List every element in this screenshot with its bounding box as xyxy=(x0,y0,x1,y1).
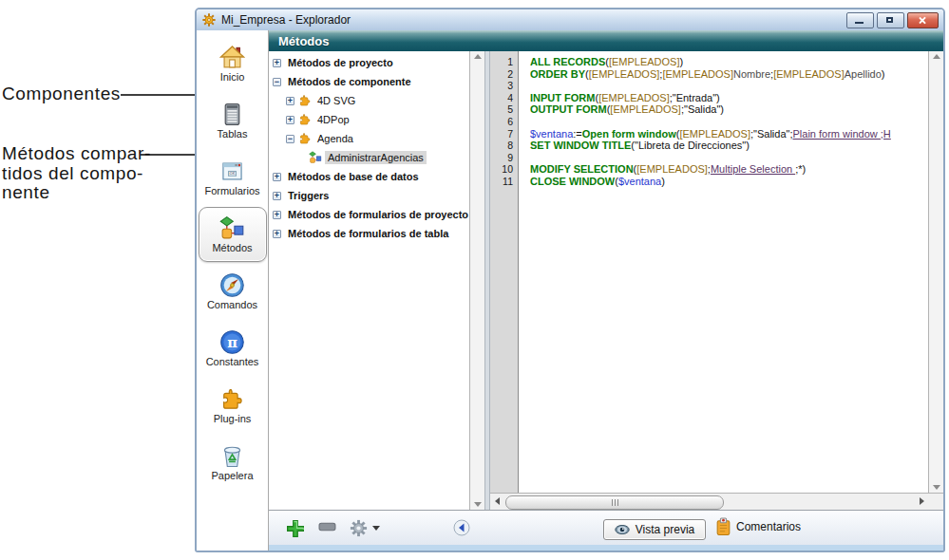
code-line-5: OUTPUT FORM([EMPLEADOS];"Salida") xyxy=(530,103,928,116)
expand-icon[interactable]: + xyxy=(273,211,281,219)
sidebar-item-constantes[interactable]: πConstantes xyxy=(199,321,267,376)
add-method-button[interactable] xyxy=(286,519,305,538)
sidebar-item-comandos[interactable]: Comandos xyxy=(199,264,267,319)
code-editor[interactable]: ALL RECORDS([EMPLEADOS])ORDER BY([EMPLEA… xyxy=(519,51,928,493)
tree-item-label: Métodos de formularios de proyecto xyxy=(285,208,469,221)
expand-icon[interactable]: + xyxy=(273,230,281,238)
expand-icon[interactable]: + xyxy=(273,192,281,200)
window-controls xyxy=(846,12,939,28)
scroll-right-icon[interactable] xyxy=(920,497,924,505)
tree-item-m-todos-de-componente[interactable]: −Métodos de componente xyxy=(269,72,469,91)
code-line-1: ALL RECORDS([EMPLEADOS]) xyxy=(530,56,928,68)
sidebar-item-label: Comandos xyxy=(207,299,257,310)
puzzle-icon xyxy=(298,113,312,126)
title-bar[interactable]: Mi_Empresa - Explorador xyxy=(197,9,943,30)
svg-text:π: π xyxy=(227,334,237,350)
code-token-const: Multiple Selection xyxy=(711,163,795,175)
scrollbar-thumb[interactable] xyxy=(505,495,724,510)
collapse-panel-button[interactable] xyxy=(453,519,470,536)
puzzle-icon xyxy=(298,94,312,107)
gear-icon xyxy=(349,518,369,538)
expand-icon[interactable]: + xyxy=(286,116,294,124)
scroll-down-icon[interactable] xyxy=(933,485,940,490)
maximize-icon xyxy=(886,17,893,23)
tree-item-m-todos-de-formularios-de-tabla[interactable]: +Métodos de formularios de tabla xyxy=(269,224,469,243)
minimize-button[interactable] xyxy=(846,12,874,28)
code-token-command: ALL RECORDS xyxy=(530,56,605,67)
maximize-button[interactable] xyxy=(877,12,904,28)
scroll-up-icon[interactable] xyxy=(474,54,482,59)
code-line-7: $ventana:=Open form window([EMPLEADOS];"… xyxy=(530,128,928,140)
editor-vertical-scrollbar[interactable] xyxy=(928,51,943,493)
tree-item-m-todos-de-formularios-de-proyecto[interactable]: +Métodos de formularios de proyecto xyxy=(269,205,469,224)
methods-tree-pane: +Métodos de proyecto−Métodos de componen… xyxy=(269,51,484,510)
tree-item-label: Métodos de base de datos xyxy=(285,170,422,183)
code-token-plain: ) xyxy=(882,68,885,80)
sidebar-item-m-todos[interactable]: Métodos xyxy=(199,207,267,262)
page-title: Métodos xyxy=(278,34,329,48)
sidebar-item-inicio[interactable]: Inicio xyxy=(199,36,267,91)
tree-item-agenda[interactable]: −Agenda xyxy=(269,129,469,148)
code-token-table: [EMPLEADOS] xyxy=(679,128,750,140)
pane-header: Métodos xyxy=(269,30,943,51)
tree-item-label: Métodos de componente xyxy=(285,75,414,88)
code-line-2: ORDER BY([EMPLEADOS];[EMPLEADOS]Nombre;[… xyxy=(530,68,928,81)
comentarios-button[interactable]: Comentarios xyxy=(715,517,801,536)
puzzle-icon xyxy=(219,386,245,412)
editor-horizontal-scrollbar[interactable] xyxy=(490,493,943,510)
code-line-11: CLOSE WINDOW($ventana) xyxy=(530,176,928,188)
scroll-left-icon[interactable] xyxy=(495,497,500,505)
code-token-plain: ) xyxy=(680,56,684,67)
tree-item-triggers[interactable]: +Triggers xyxy=(269,186,469,205)
scroll-up-icon[interactable] xyxy=(933,54,940,59)
code-token-table: [EMPLEADOS] xyxy=(636,163,708,175)
tree-scrollbar[interactable] xyxy=(469,51,484,510)
code-editor-pane: 1234567891011 ALL RECORDS([EMPLEADOS])OR… xyxy=(490,51,943,510)
sidebar-item-label: Formularios xyxy=(204,185,259,196)
expand-icon[interactable]: + xyxy=(273,59,281,67)
code-token-table: [EMPLEADOS] xyxy=(773,68,845,80)
vista-previa-label: Vista previa xyxy=(636,523,694,536)
line-number: 1 xyxy=(490,56,518,68)
tree-item-m-todos-de-base-de-datos[interactable]: +Métodos de base de datos xyxy=(269,167,469,186)
collapse-icon[interactable]: − xyxy=(273,78,281,86)
scroll-down-icon[interactable] xyxy=(474,502,482,507)
code-token-command: OUTPUT FORM xyxy=(530,103,607,115)
sidebar-item-formularios[interactable]: OKFormularios xyxy=(199,150,267,205)
tree-item-4dpop[interactable]: +4DPop xyxy=(269,110,469,129)
app-gear-icon xyxy=(201,12,217,28)
methods-tree[interactable]: +Métodos de proyecto−Métodos de componen… xyxy=(269,51,469,510)
close-button[interactable] xyxy=(907,12,939,28)
code-line-6 xyxy=(530,116,928,128)
code-token-table: [EMPLEADOS] xyxy=(609,56,680,67)
code-token-command: Open form window xyxy=(582,128,676,140)
vista-previa-button[interactable]: Vista previa xyxy=(603,519,706,540)
line-number: 11 xyxy=(490,176,518,188)
code-token-table: [EMPLEADOS] xyxy=(662,68,733,80)
compass-icon xyxy=(219,272,245,298)
expand-icon[interactable]: + xyxy=(286,97,294,105)
collapse-panel-icon xyxy=(453,519,470,536)
tree-item-label: Métodos de proyecto xyxy=(285,56,396,69)
tree-item-administraragencias[interactable]: AdministrarAgencias xyxy=(269,148,469,167)
sidebar-item-tablas[interactable]: Tablas xyxy=(199,93,267,148)
sidebar-item-papelera[interactable]: Papelera xyxy=(199,435,267,490)
line-number-gutter: 1234567891011 xyxy=(490,51,519,493)
eye-icon xyxy=(615,525,630,534)
code-token-plain: ;"Salida"; xyxy=(750,128,793,140)
code-token-var: $ventana xyxy=(530,128,573,140)
options-menu-button[interactable] xyxy=(349,518,380,538)
collapse-icon[interactable]: − xyxy=(286,135,294,143)
code-token-var: $ventana xyxy=(618,176,661,187)
sidebar-item-plug-ins[interactable]: Plug-ins xyxy=(199,378,267,433)
expand-icon[interactable]: + xyxy=(273,173,281,181)
code-token-plain: ("Libreta de Direcciones") xyxy=(631,140,750,151)
window-title: Mi_Empresa - Explorador xyxy=(221,13,351,27)
tree-item-m-todos-de-proyecto[interactable]: +Métodos de proyecto xyxy=(269,53,469,72)
tree-item-4d-svg[interactable]: +4D SVG xyxy=(269,91,469,110)
annotation-metodos-compartidos: Métodos compar- tidos del compo- nente xyxy=(2,144,151,203)
tree-item-label: 4D SVG xyxy=(314,94,358,107)
trash-icon xyxy=(219,443,245,469)
remove-method-button[interactable] xyxy=(318,522,336,532)
line-number: 10 xyxy=(490,163,518,176)
